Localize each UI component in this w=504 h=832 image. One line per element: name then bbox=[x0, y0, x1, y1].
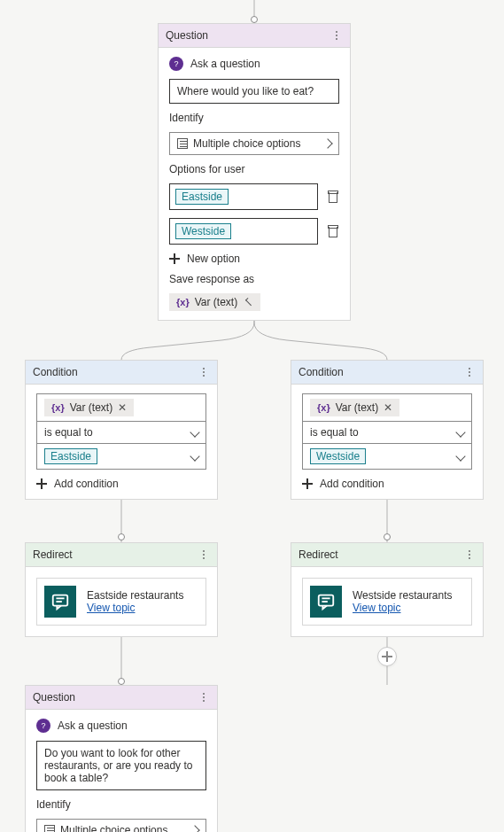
add-node-button[interactable] bbox=[377, 647, 397, 666]
operator-dropdown[interactable]: is equal to bbox=[303, 421, 471, 443]
more-icon[interactable] bbox=[330, 29, 343, 42]
option-input[interactable]: Eastside bbox=[169, 183, 318, 210]
variable-pill[interactable]: {x} Var (text) bbox=[169, 293, 260, 311]
condition-variable-chip[interactable]: {x} Var (text) ✕ bbox=[44, 399, 134, 416]
connector-node bbox=[118, 533, 125, 540]
connector-node bbox=[251, 16, 258, 23]
plus-icon bbox=[302, 478, 313, 489]
ask-question-subtitle: Ask a question bbox=[58, 719, 128, 732]
operator-text: is equal to bbox=[44, 426, 93, 439]
question-prompt-input[interactable]: Do you want to look for other restaurant… bbox=[36, 741, 206, 790]
condition-node-header[interactable]: Condition bbox=[291, 361, 483, 385]
connector-node bbox=[384, 533, 391, 540]
node-header-title: Question bbox=[166, 29, 208, 42]
svg-rect-8 bbox=[319, 595, 334, 606]
plus-icon bbox=[36, 478, 47, 489]
node-header-title: Redirect bbox=[33, 548, 73, 561]
svg-rect-5 bbox=[53, 595, 68, 606]
redirect-node-header[interactable]: Redirect bbox=[291, 543, 483, 567]
chevron-right-icon bbox=[322, 138, 332, 148]
redirect-node: Redirect Eastside restaurants View topic bbox=[25, 542, 218, 637]
condition-node: Condition {x} Var (text) ✕ is equal to E… bbox=[25, 360, 218, 500]
identify-value: Multiple choice options bbox=[193, 137, 300, 150]
save-response-label: Save response as bbox=[169, 273, 339, 285]
option-chip: Eastside bbox=[175, 189, 229, 205]
redirect-title: Westside restaurants bbox=[353, 589, 453, 602]
chevron-down-icon bbox=[455, 451, 465, 461]
question-badge-icon: ? bbox=[36, 719, 50, 733]
question-prompt-text: Do you want to look for other restaurant… bbox=[44, 747, 192, 784]
new-option-button[interactable]: New option bbox=[169, 253, 339, 265]
condition-node: Condition {x} Var (text) ✕ is equal to W… bbox=[291, 360, 484, 500]
delete-option-button[interactable] bbox=[327, 191, 339, 203]
variable-prefix: {x} bbox=[176, 297, 190, 307]
identify-label: Identify bbox=[36, 798, 206, 811]
variable-prefix: {x} bbox=[51, 402, 65, 413]
node-header-title: Condition bbox=[33, 366, 78, 378]
identify-dropdown[interactable]: Multiple choice options bbox=[36, 819, 206, 832]
redirect-node: Redirect Westside restaurants View topic bbox=[291, 542, 484, 637]
operator-dropdown[interactable]: is equal to bbox=[37, 421, 205, 443]
variable-name: Var (text) bbox=[195, 296, 237, 308]
variable-name: Var (text) bbox=[70, 401, 112, 414]
chevron-down-icon bbox=[190, 427, 199, 437]
more-icon[interactable] bbox=[463, 366, 476, 378]
redirect-title: Eastside restaurants bbox=[87, 589, 183, 602]
condition-box: {x} Var (text) ✕ is equal to Westside bbox=[302, 393, 472, 470]
variable-name: Var (text) bbox=[336, 401, 378, 414]
delete-option-button[interactable] bbox=[327, 225, 339, 237]
plus-icon bbox=[382, 651, 392, 662]
more-icon[interactable] bbox=[198, 691, 210, 704]
question-node: Question ? Ask a question Do you want to… bbox=[25, 685, 218, 832]
operator-text: is equal to bbox=[310, 426, 359, 439]
condition-value-chip: Westside bbox=[310, 448, 366, 464]
topic-icon bbox=[44, 586, 76, 618]
topic-icon bbox=[310, 586, 342, 618]
chevron-down-icon bbox=[455, 427, 465, 437]
connector-node bbox=[118, 678, 125, 685]
condition-variable-chip[interactable]: {x} Var (text) ✕ bbox=[310, 399, 399, 416]
option-input[interactable]: Westside bbox=[169, 218, 318, 245]
identify-dropdown[interactable]: Multiple choice options bbox=[169, 132, 339, 155]
plus-icon bbox=[169, 253, 180, 264]
question-node: Question ? Ask a question Where would yo… bbox=[158, 23, 351, 321]
chevron-down-icon bbox=[190, 451, 199, 461]
multiple-choice-icon bbox=[177, 138, 188, 149]
ask-question-subtitle: Ask a question bbox=[190, 58, 260, 70]
clear-icon[interactable]: ✕ bbox=[118, 401, 127, 414]
edit-icon[interactable] bbox=[243, 297, 253, 307]
condition-node-header[interactable]: Condition bbox=[26, 361, 217, 385]
more-icon[interactable] bbox=[198, 548, 210, 561]
identify-label: Identify bbox=[169, 112, 339, 124]
condition-box: {x} Var (text) ✕ is equal to Eastside bbox=[36, 393, 206, 470]
redirect-node-header[interactable]: Redirect bbox=[26, 543, 217, 567]
condition-value-dropdown[interactable]: Westside bbox=[303, 443, 471, 469]
clear-icon[interactable]: ✕ bbox=[384, 401, 392, 414]
redirect-card: Westside restaurants View topic bbox=[302, 578, 472, 626]
multiple-choice-icon bbox=[44, 825, 55, 832]
view-topic-link[interactable]: View topic bbox=[87, 602, 135, 614]
view-topic-link[interactable]: View topic bbox=[353, 602, 400, 614]
question-node-header[interactable]: Question bbox=[26, 686, 217, 710]
node-header-title: Question bbox=[33, 691, 75, 704]
add-condition-button[interactable]: Add condition bbox=[302, 478, 472, 490]
question-prompt-input[interactable]: Where would you like to eat? bbox=[169, 79, 339, 104]
variable-prefix: {x} bbox=[317, 402, 330, 413]
redirect-card: Eastside restaurants View topic bbox=[36, 578, 206, 626]
new-option-label: New option bbox=[187, 253, 240, 265]
more-icon[interactable] bbox=[198, 366, 210, 378]
node-header-title: Redirect bbox=[299, 548, 338, 561]
condition-value-chip: Eastside bbox=[44, 448, 97, 464]
add-condition-label: Add condition bbox=[320, 478, 384, 490]
node-header-title: Condition bbox=[299, 366, 344, 378]
add-condition-label: Add condition bbox=[54, 478, 119, 490]
question-prompt-text: Where would you like to eat? bbox=[177, 85, 314, 97]
option-chip: Westside bbox=[175, 223, 231, 239]
condition-value-dropdown[interactable]: Eastside bbox=[37, 443, 205, 469]
more-icon[interactable] bbox=[463, 548, 476, 561]
chevron-right-icon bbox=[190, 825, 199, 832]
options-label: Options for user bbox=[169, 163, 339, 175]
question-node-header[interactable]: Question bbox=[159, 24, 350, 48]
question-badge-icon: ? bbox=[169, 57, 183, 71]
add-condition-button[interactable]: Add condition bbox=[36, 478, 206, 490]
